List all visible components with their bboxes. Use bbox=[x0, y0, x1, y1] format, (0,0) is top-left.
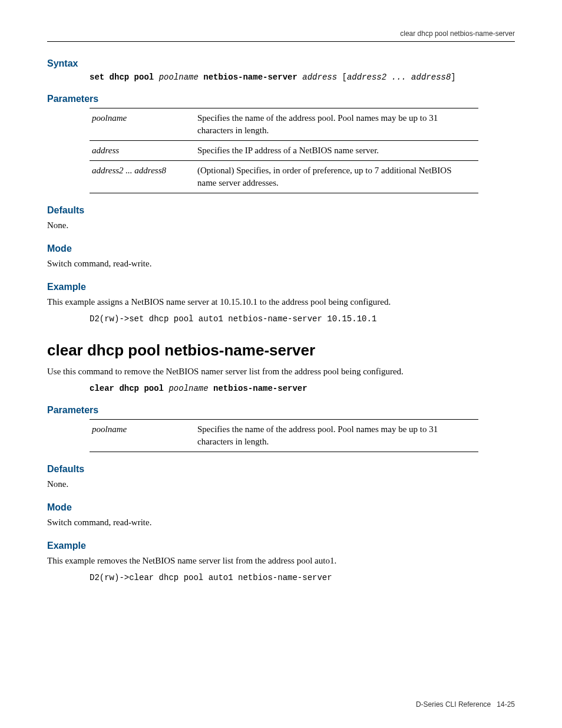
mode-heading: Mode bbox=[47, 243, 515, 254]
table-row: poolname Specifies the name of the addre… bbox=[90, 420, 478, 452]
syntax-line: set dhcp pool poolname netbios-name-serv… bbox=[90, 73, 515, 82]
defaults-heading: Defaults bbox=[47, 205, 515, 216]
example-code: D2(rw)->set dhcp pool auto1 netbios-name… bbox=[90, 314, 515, 324]
mode-text-2: Switch command, read‐write. bbox=[47, 516, 515, 529]
footer-page: 14-25 bbox=[497, 700, 515, 709]
table-row: address Specifies the IP address of a Ne… bbox=[90, 141, 478, 161]
mode-text: Switch command, read‐write. bbox=[47, 258, 515, 270]
example-text: This example assigns a NetBIOS name serv… bbox=[47, 296, 515, 308]
defaults-text-2: None. bbox=[47, 478, 515, 490]
parameters-table-2: poolname Specifies the name of the addre… bbox=[90, 419, 478, 452]
example-heading-2: Example bbox=[47, 541, 515, 551]
param-name: address2 ... address8 bbox=[90, 161, 195, 193]
syntax2-kw-2: netbios-name-server bbox=[213, 384, 308, 393]
page-footer: D-Series CLI Reference 14-25 bbox=[47, 700, 515, 709]
syntax-bracket-close: ] bbox=[451, 73, 455, 82]
syntax-arg-address-range: address2 ... address8 bbox=[347, 73, 451, 82]
syntax-heading: Syntax bbox=[47, 58, 515, 69]
param-desc: Specifies the name of the address pool. … bbox=[195, 420, 478, 452]
running-header: clear dhcp pool netbios-name-server bbox=[47, 29, 515, 42]
defaults-text: None. bbox=[47, 219, 515, 232]
table-row: address2 ... address8 (Optional) Specifi… bbox=[90, 161, 478, 193]
syntax-kw-1: set dhcp pool bbox=[90, 73, 159, 82]
param-desc: Specifies the IP address of a NetBIOS na… bbox=[195, 141, 478, 161]
parameters-heading: Parameters bbox=[47, 94, 515, 104]
syntax-bracket-open: [ bbox=[342, 73, 347, 82]
parameters-table: poolname Specifies the name of the addre… bbox=[90, 108, 478, 193]
syntax2-kw-1: clear dhcp pool bbox=[90, 384, 168, 393]
syntax-line-2: clear dhcp pool poolname netbios-name-se… bbox=[90, 384, 515, 393]
syntax-arg-address: address bbox=[302, 73, 342, 82]
example-text-2: This example removes the NetBIOS name se… bbox=[47, 555, 515, 567]
param-name: poolname bbox=[90, 108, 195, 141]
example-heading: Example bbox=[47, 282, 515, 292]
syntax-kw-2: netbios-name-server bbox=[203, 73, 302, 82]
syntax2-arg-poolname: poolname bbox=[168, 384, 213, 393]
param-name: address bbox=[90, 141, 195, 161]
param-desc: Specifies the name of the address pool. … bbox=[195, 108, 478, 141]
table-row: poolname Specifies the name of the addre… bbox=[90, 108, 478, 141]
command-intro: Use this command to remove the NetBIOS n… bbox=[47, 365, 515, 378]
footer-book: D-Series CLI Reference bbox=[416, 700, 491, 709]
page: clear dhcp pool netbios-name-server Synt… bbox=[0, 0, 562, 728]
param-desc: (Optional) Specifies, in order of prefer… bbox=[195, 161, 478, 193]
mode-heading-2: Mode bbox=[47, 502, 515, 513]
param-name: poolname bbox=[90, 420, 195, 452]
command-title: clear dhcp pool netbios-name-server bbox=[47, 341, 515, 360]
parameters-heading-2: Parameters bbox=[47, 405, 515, 416]
example-code-2: D2(rw)->clear dhcp pool auto1 netbios-na… bbox=[90, 573, 515, 582]
syntax-arg-poolname: poolname bbox=[159, 73, 204, 82]
defaults-heading-2: Defaults bbox=[47, 464, 515, 475]
